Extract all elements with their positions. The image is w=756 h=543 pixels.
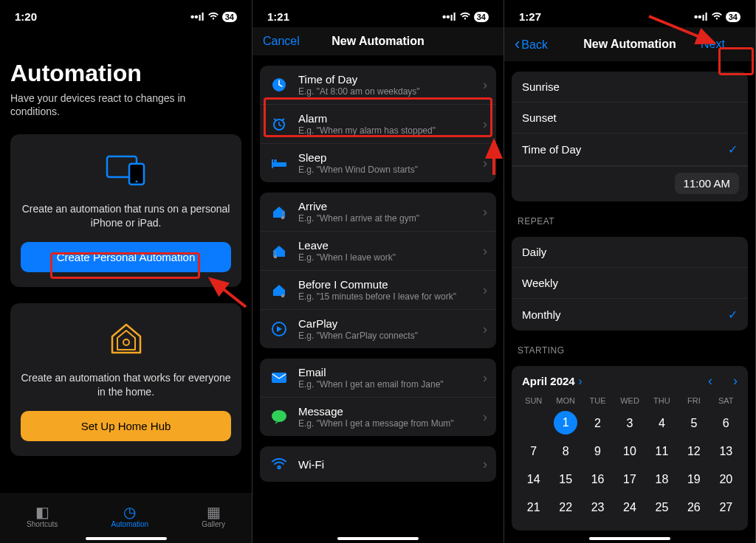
- calendar-day[interactable]: 7: [518, 439, 549, 464]
- leave-icon: [269, 241, 289, 261]
- signal-icon: ••ıl: [694, 10, 708, 23]
- calendar-day[interactable]: 15: [549, 467, 581, 492]
- svg-rect-13: [272, 373, 286, 383]
- nav-title: New Automation: [331, 35, 425, 48]
- status-time: 1:20: [15, 10, 37, 23]
- option-label: Monthly: [522, 308, 561, 321]
- status-bar: 1:27 ••ıl 34: [504, 0, 755, 27]
- calendar-day[interactable]: 12: [678, 439, 709, 464]
- item-title: Sleep: [298, 151, 483, 164]
- tab-shortcuts[interactable]: ◧ Shortcuts: [27, 504, 58, 528]
- svg-point-14: [272, 410, 286, 422]
- trigger-alarm[interactable]: AlarmE.g. "When my alarm has stopped"›: [260, 105, 496, 144]
- trigger-wifi[interactable]: Wi-Fi›: [260, 446, 496, 482]
- calendar-day[interactable]: 9: [582, 439, 614, 464]
- trigger-clock[interactable]: Time of DayE.g. "At 8:00 am on weekdays"…: [260, 66, 496, 105]
- calendar-day[interactable]: 2: [582, 411, 614, 436]
- personal-automation-card: Create an automation that runs on a pers…: [10, 134, 241, 287]
- repeat-option-monthly[interactable]: Monthly✓: [512, 299, 748, 331]
- status-time: 1:21: [267, 10, 289, 23]
- battery-icon: 34: [726, 12, 740, 22]
- repeat-option-weekly[interactable]: Weekly: [512, 268, 748, 299]
- calendar-dow: TUE: [582, 393, 614, 408]
- calendar-day[interactable]: 22: [549, 495, 581, 520]
- trigger-group: ArriveE.g. "When I arrive at the gym"›Le…: [260, 193, 496, 348]
- trigger-commute[interactable]: Before I CommuteE.g. "15 minutes before …: [260, 271, 496, 310]
- item-subtitle: E.g. "When my alarm has stopped": [298, 125, 483, 136]
- signal-icon: ••ıl: [190, 10, 205, 23]
- home-indicator[interactable]: [337, 537, 419, 540]
- trigger-carplay[interactable]: CarPlayE.g. "When CarPlay connects"›: [260, 310, 496, 348]
- time-option-time-of-day[interactable]: Time of Day✓: [512, 134, 748, 166]
- calendar-day[interactable]: 25: [646, 495, 678, 520]
- card-description: Create an automation that runs on a pers…: [21, 202, 231, 230]
- navbar: Cancel New Automation: [252, 27, 504, 55]
- trigger-msg[interactable]: MessageE.g. "When I get a message from M…: [260, 398, 496, 436]
- time-option-sunset[interactable]: Sunset: [512, 103, 748, 134]
- tab-automation[interactable]: ◷ Automation: [111, 504, 148, 528]
- gallery-icon: ▦: [202, 504, 225, 520]
- calendar-dow: THU: [646, 393, 678, 408]
- item-subtitle: E.g. "At 8:00 am on weekdays": [298, 86, 483, 97]
- svg-point-11: [281, 294, 284, 297]
- calendar-day[interactable]: 21: [518, 495, 549, 520]
- calendar-day[interactable]: 26: [678, 495, 709, 520]
- home-indicator[interactable]: [86, 537, 167, 540]
- repeat-option-daily[interactable]: Daily: [512, 237, 748, 268]
- automation-icon: ◷: [111, 504, 148, 520]
- calendar-day[interactable]: 6: [710, 411, 742, 436]
- calendar-day[interactable]: 24: [614, 495, 645, 520]
- calendar-day[interactable]: 23: [582, 495, 614, 520]
- trigger-leave[interactable]: LeaveE.g. "When I leave work"›: [260, 232, 496, 271]
- setup-home-hub-button[interactable]: Set Up Home Hub: [21, 411, 231, 441]
- time-picker[interactable]: 11:00 AM: [675, 173, 739, 194]
- status-right: ••ıl 34: [190, 10, 237, 23]
- calendar-day[interactable]: 20: [710, 467, 742, 492]
- wifi-icon: [711, 10, 723, 23]
- calendar-prev-button[interactable]: ‹: [708, 373, 712, 389]
- back-button[interactable]: Back: [515, 35, 559, 54]
- calendar-day[interactable]: 18: [646, 467, 678, 492]
- calendar-month[interactable]: April 2024 ›: [522, 375, 583, 388]
- calendar-day[interactable]: 1: [549, 411, 581, 436]
- chevron-right-icon: ›: [483, 243, 487, 259]
- item-title: Alarm: [298, 112, 483, 125]
- svg-point-3: [123, 339, 129, 345]
- calendar-day[interactable]: 17: [614, 467, 645, 492]
- calendar-day[interactable]: 8: [549, 439, 581, 464]
- item-title: Arrive: [298, 200, 483, 212]
- calendar-day[interactable]: 13: [710, 439, 742, 464]
- calendar-day[interactable]: 19: [678, 467, 709, 492]
- home-indicator[interactable]: [589, 537, 670, 540]
- calendar-day[interactable]: 5: [678, 411, 709, 436]
- calendar-day: [518, 411, 549, 436]
- page-title: Automation: [10, 60, 241, 87]
- trigger-mail[interactable]: EmailE.g. "When I get an email from Jane…: [260, 359, 496, 398]
- calendar-day[interactable]: 11: [646, 439, 678, 464]
- status-bar: 1:20 ••ıl 34: [0, 0, 252, 27]
- trigger-arrive[interactable]: ArriveE.g. "When I arrive at the gym"›: [260, 193, 496, 232]
- tab-label: Shortcuts: [27, 520, 58, 528]
- chevron-right-icon: ›: [483, 457, 487, 472]
- wifi-icon: [459, 10, 471, 23]
- chevron-right-icon: ›: [483, 322, 487, 337]
- calendar-day[interactable]: 3: [614, 411, 645, 436]
- create-personal-automation-button[interactable]: Create Personal Automation: [21, 242, 231, 272]
- calendar-day[interactable]: 4: [646, 411, 678, 436]
- calendar-dow: MON: [549, 393, 581, 408]
- nav-title: New Automation: [583, 38, 676, 51]
- calendar-day[interactable]: 14: [518, 467, 549, 492]
- tab-gallery[interactable]: ▦ Gallery: [202, 504, 225, 528]
- item-title: Time of Day: [298, 73, 483, 86]
- calendar-day[interactable]: 16: [582, 467, 614, 492]
- calendar-next-button[interactable]: ›: [733, 373, 738, 389]
- trigger-bed[interactable]: SleepE.g. "When Wind Down starts"›: [260, 144, 496, 182]
- option-label: Daily: [522, 246, 546, 258]
- section-header-starting: STARTING: [518, 345, 742, 356]
- calendar-dow: SUN: [518, 393, 549, 408]
- time-option-sunrise[interactable]: Sunrise: [512, 72, 748, 103]
- cancel-button[interactable]: Cancel: [263, 35, 307, 48]
- calendar-day[interactable]: 10: [614, 439, 645, 464]
- next-button[interactable]: Next: [701, 38, 745, 51]
- calendar-day[interactable]: 27: [710, 495, 742, 520]
